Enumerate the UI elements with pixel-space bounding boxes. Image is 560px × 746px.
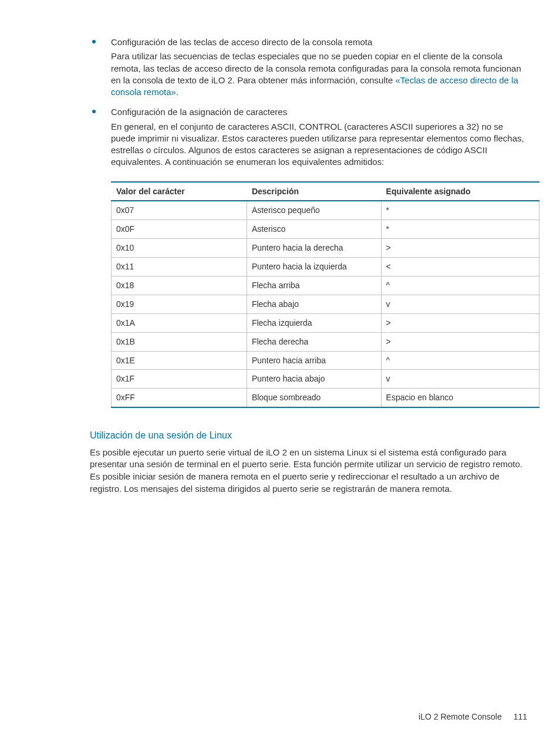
cell-desc: Flecha abajo [247,295,381,313]
body-text-after: . [176,87,178,97]
cell-value: 0xFF [112,389,247,407]
bullet-body: Para utilizar las secuencias de teclas e… [111,50,527,98]
table-row: 0x19Flecha abajov [112,295,539,313]
cell-equiv: * [381,201,539,220]
cell-desc: Puntero hacia arriba [247,351,381,370]
col-header-equiv: Equivalente asignado [381,182,539,201]
cell-desc: Flecha arriba [247,276,381,295]
table-row: 0x1BFlecha derecha> [112,332,539,351]
cell-equiv: < [381,258,539,276]
bullet-item-hotkeys: Configuración de las teclas de acceso di… [90,36,527,98]
cell-desc: Puntero hacia la izquierda [247,258,381,276]
cell-desc: Puntero hacia abajo [247,370,381,389]
cell-desc: Flecha izquierda [247,313,381,332]
bullet-body: En general, en el conjunto de caracteres… [111,121,527,168]
table-row: 0x18Flecha arriba^ [112,276,539,295]
cell-value: 0x0F [112,220,247,239]
cell-value: 0x10 [112,239,247,258]
cell-desc: Asterisco pequeño [247,201,381,220]
bullet-dot-icon [92,40,96,43]
cell-value: 0x1F [112,370,247,389]
cell-equiv: > [381,313,539,332]
table-row: 0x10Puntero hacia la derecha> [112,239,539,258]
bullet-title: Configuración de las teclas de acceso di… [111,36,527,48]
cell-value: 0x18 [112,276,247,295]
section-body-linux: Es posible ejecutar un puerto serie virt… [90,447,527,495]
table-row: 0x0FAsterisco* [112,220,539,239]
cell-value: 0x11 [112,258,247,276]
cell-desc: Puntero hacia la derecha [247,239,381,258]
cell-equiv: ^ [381,351,539,370]
table-body: 0x07Asterisco pequeño*0x0FAsterisco*0x10… [112,201,539,407]
table-header-row: Valor del carácter Descripción Equivalen… [112,182,539,201]
cell-desc: Bloque sombreado [247,389,381,407]
cell-value: 0x07 [112,201,247,220]
bullet-dot-icon [92,110,96,113]
cell-desc: Asterisco [247,220,381,239]
table-row: 0xFFBloque sombreadoEspacio en blanco [112,389,539,407]
cell-equiv: v [381,295,539,313]
footer-page-number: 111 [514,711,527,723]
cell-desc: Flecha derecha [247,332,381,351]
bullet-title: Configuración de la asignación de caract… [111,106,527,118]
col-header-value: Valor del carácter [112,182,247,201]
bullet-item-charmap: Configuración de la asignación de caract… [90,106,527,408]
cell-equiv: > [381,332,539,351]
cell-value: 0x1A [112,313,247,332]
footer-title: iLO 2 Remote Console [419,711,502,723]
cell-equiv: ^ [381,276,539,295]
bullet-list: Configuración de las teclas de acceso di… [90,36,527,408]
cell-value: 0x1E [112,351,247,370]
table-row: 0x07Asterisco pequeño* [112,201,539,220]
cell-value: 0x19 [112,295,247,313]
char-table: Valor del carácter Descripción Equivalen… [111,181,539,409]
page-footer: iLO 2 Remote Console 111 [419,711,527,723]
body-text: En general, en el conjunto de caracteres… [111,121,524,167]
cell-value: 0x1B [112,332,247,351]
table-row: 0x1EPuntero hacia arriba^ [112,351,539,370]
col-header-desc: Descripción [247,182,381,201]
table-row: 0x1AFlecha izquierda> [112,313,539,332]
section-heading-linux: Utilización de una sesión de Linux [90,429,527,442]
cell-equiv: * [381,220,539,239]
cell-equiv: > [381,239,539,258]
table-row: 0x11Puntero hacia la izquierda< [112,258,539,276]
cell-equiv: Espacio en blanco [381,389,539,407]
page-content: Configuración de las teclas de acceso di… [0,0,560,495]
cell-equiv: v [381,370,539,389]
table-row: 0x1FPuntero hacia abajov [112,370,539,389]
